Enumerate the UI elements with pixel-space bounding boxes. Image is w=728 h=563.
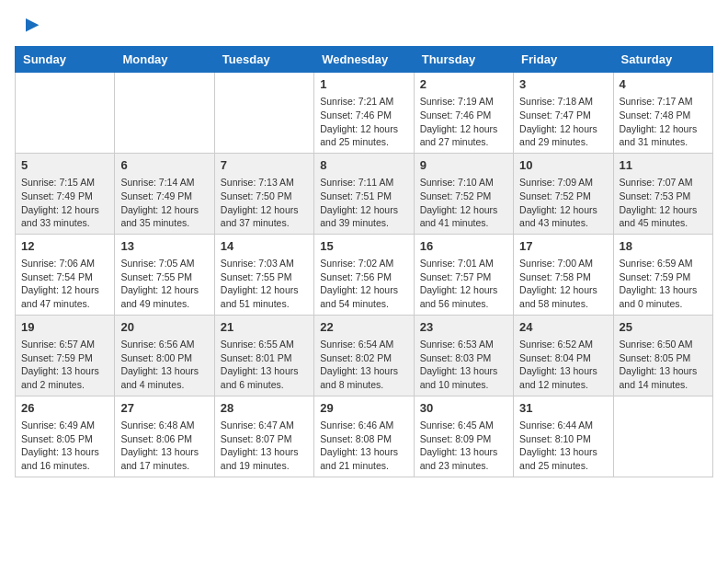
calendar-row: 26Sunrise: 6:49 AMSunset: 8:05 PMDayligh… [16,396,713,477]
day-info-line: and 25 minutes. [320,135,407,149]
day-number: 9 [420,157,507,174]
day-info-line: Sunset: 8:05 PM [21,432,108,446]
cell-content: 2Sunrise: 7:19 AMSunset: 7:46 PMDaylight… [420,76,507,149]
day-number: 4 [620,76,707,93]
day-info-line: and 56 minutes. [420,297,507,311]
day-number: 17 [519,238,607,255]
day-info-line: Sunset: 7:47 PM [519,109,607,122]
calendar-cell: 5Sunrise: 7:15 AMSunset: 7:49 PMDaylight… [16,153,115,234]
cell-content: 25Sunrise: 6:50 AMSunset: 8:05 PMDayligh… [620,319,707,392]
calendar-cell: 14Sunrise: 7:03 AMSunset: 7:55 PMDayligh… [214,234,313,315]
cell-content: 9Sunrise: 7:10 AMSunset: 7:52 PMDaylight… [420,157,507,230]
calendar-cell: 31Sunrise: 6:44 AMSunset: 8:10 PMDayligh… [514,396,613,477]
day-info-line: Daylight: 13 hours [420,445,507,459]
day-info-line: Daylight: 13 hours [221,364,308,378]
cell-content: 17Sunrise: 7:00 AMSunset: 7:58 PMDayligh… [519,238,607,311]
day-info-line: and 16 minutes. [21,459,108,473]
day-info-line: Sunrise: 7:02 AM [320,257,407,270]
day-info-line: Daylight: 13 hours [519,364,607,378]
day-number: 23 [420,319,507,336]
day-info-line: Sunrise: 7:14 AM [120,176,208,190]
day-info-line: Sunset: 8:07 PM [221,432,308,446]
calendar-cell: 25Sunrise: 6:50 AMSunset: 8:05 PMDayligh… [613,315,712,396]
cell-content: 21Sunrise: 6:55 AMSunset: 8:01 PMDayligh… [221,319,308,392]
day-info-line: and 49 minutes. [120,297,208,311]
day-info-line: and 4 minutes. [120,378,208,392]
header-day: Sunday [16,47,115,73]
cell-content: 22Sunrise: 6:54 AMSunset: 8:02 PMDayligh… [320,319,407,392]
cell-content: 28Sunrise: 6:47 AMSunset: 8:07 PMDayligh… [221,400,308,473]
day-info-line: Sunset: 8:01 PM [221,351,308,365]
day-info-line: Sunset: 7:56 PM [320,270,407,284]
day-info-line: Sunrise: 6:55 AM [221,338,308,351]
day-info-line: and 31 minutes. [620,135,707,149]
cell-content: 19Sunrise: 6:57 AMSunset: 7:59 PMDayligh… [21,319,108,392]
day-number: 2 [420,76,507,93]
calendar-cell: 7Sunrise: 7:13 AMSunset: 7:50 PMDaylight… [214,153,313,234]
cell-content: 5Sunrise: 7:15 AMSunset: 7:49 PMDaylight… [21,157,108,230]
header [15,15,713,37]
calendar-cell: 13Sunrise: 7:05 AMSunset: 7:55 PMDayligh… [115,234,214,315]
day-info-line: Sunrise: 6:47 AM [221,419,308,432]
header-row: SundayMondayTuesdayWednesdayThursdayFrid… [16,47,713,73]
day-info-line: Sunrise: 6:44 AM [519,419,607,432]
day-info-line: Sunrise: 7:13 AM [221,176,308,190]
calendar-cell: 1Sunrise: 7:21 AMSunset: 7:46 PMDaylight… [314,73,414,154]
day-info-line: Daylight: 12 hours [420,122,507,136]
day-number: 31 [519,400,607,417]
day-number: 11 [620,157,707,174]
day-info-line: and 39 minutes. [320,216,407,230]
calendar-cell: 20Sunrise: 6:56 AMSunset: 8:00 PMDayligh… [115,315,214,396]
day-info-line: Sunset: 7:58 PM [519,270,607,284]
day-info-line: and 10 minutes. [420,378,507,392]
day-info-line: Sunrise: 7:21 AM [320,95,407,109]
calendar-cell: 18Sunrise: 6:59 AMSunset: 7:59 PMDayligh… [613,234,712,315]
day-info-line: and 8 minutes. [320,378,407,392]
day-number: 5 [21,157,108,174]
day-info-line: Daylight: 12 hours [120,283,208,297]
day-number: 14 [221,238,308,255]
day-info-line: Sunrise: 6:48 AM [120,419,208,432]
day-info-line: Sunrise: 7:10 AM [420,176,507,190]
day-info-line: Daylight: 12 hours [320,283,407,297]
day-info-line: and 29 minutes. [519,135,607,149]
calendar-cell: 29Sunrise: 6:46 AMSunset: 8:08 PMDayligh… [314,396,414,477]
calendar-cell [16,73,115,154]
day-info-line: Sunset: 7:46 PM [420,109,507,122]
calendar-cell: 2Sunrise: 7:19 AMSunset: 7:46 PMDaylight… [414,73,513,154]
cell-content: 13Sunrise: 7:05 AMSunset: 7:55 PMDayligh… [120,238,208,311]
day-info-line: and 54 minutes. [320,297,407,311]
day-info-line: Sunrise: 7:19 AM [420,95,507,109]
day-info-line: Daylight: 12 hours [221,283,308,297]
day-info-line: Sunset: 8:06 PM [120,432,208,446]
calendar-cell: 19Sunrise: 6:57 AMSunset: 7:59 PMDayligh… [16,315,115,396]
day-info-line: and 2 minutes. [21,378,108,392]
day-info-line: Daylight: 12 hours [519,283,607,297]
header-day: Saturday [613,47,712,73]
day-info-line: Daylight: 12 hours [620,203,707,217]
calendar-cell: 21Sunrise: 6:55 AMSunset: 8:01 PMDayligh… [214,315,313,396]
calendar-cell: 9Sunrise: 7:10 AMSunset: 7:52 PMDaylight… [414,153,513,234]
day-number: 3 [519,76,607,93]
day-info-line: Daylight: 13 hours [221,445,308,459]
day-info-line: Daylight: 13 hours [120,364,208,378]
day-number: 7 [221,157,308,174]
header-day: Tuesday [214,47,313,73]
header-day: Monday [115,47,214,73]
day-number: 12 [21,238,108,255]
day-info-line: and 25 minutes. [519,459,607,473]
calendar-cell: 8Sunrise: 7:11 AMSunset: 7:51 PMDaylight… [314,153,414,234]
calendar-cell: 22Sunrise: 6:54 AMSunset: 8:02 PMDayligh… [314,315,414,396]
cell-content: 8Sunrise: 7:11 AMSunset: 7:51 PMDaylight… [320,157,407,230]
day-info-line: and 41 minutes. [420,216,507,230]
day-number: 20 [120,319,208,336]
day-info-line: Daylight: 12 hours [120,203,208,217]
day-info-line: Sunset: 7:55 PM [120,270,208,284]
day-info-line: Sunrise: 7:07 AM [620,176,707,190]
day-info-line: Sunset: 7:59 PM [21,351,108,365]
day-info-line: Sunrise: 7:09 AM [519,176,607,190]
day-info-line: Sunrise: 7:17 AM [620,95,707,109]
day-info-line: Sunrise: 7:00 AM [519,257,607,270]
day-info-line: Daylight: 12 hours [519,122,607,136]
day-number: 13 [120,238,208,255]
